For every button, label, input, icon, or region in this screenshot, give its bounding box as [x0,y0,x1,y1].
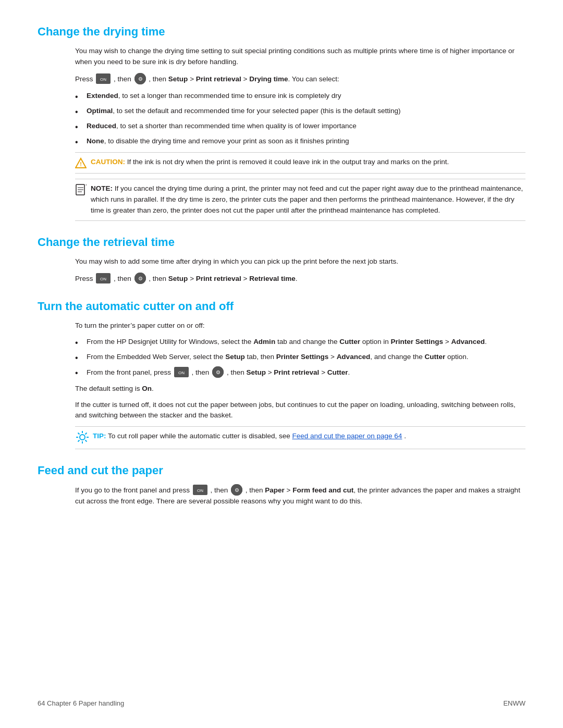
retrieval-press-line: Press ON , then ⚙ , then Setup > Print r… [75,273,525,285]
icon-on-2: ON [96,273,111,283]
heading-cutter: Turn the automatic cutter on and off [38,300,525,313]
tip-label: TIP: [93,432,106,440]
note-text: NOTE: If you cancel the drying time duri… [91,183,525,216]
icon-gear-2: ⚙ [134,273,146,284]
feed-cut-body: If you go to the front panel and press O… [38,485,525,507]
tip-body: To cut roll paper while the automatic cu… [108,432,292,440]
tip-text: TIP: To cut roll paper while the automat… [93,431,406,442]
svg-point-19 [80,435,85,440]
tip-sun-icon [75,430,90,445]
list-item: None, to disable the drying time and rem… [75,136,525,147]
cutter-path: , then Setup > Print retrieval > Cutter. [227,368,350,376]
svg-line-24 [78,433,80,435]
svg-line-26 [85,433,87,435]
svg-text:⚙: ⚙ [138,276,142,281]
svg-text:ON: ON [197,488,203,493]
drying-time-intro: You may wish to change the drying time s… [75,46,525,68]
note-label: NOTE: [91,184,113,192]
caution-triangle-icon: ! [75,157,87,169]
drying-time-body: You may wish to change the drying time s… [38,46,525,221]
drying-time-list: Extended, to set a longer than recommend… [75,91,525,147]
list-item: Extended, to set a longer than recommend… [75,91,525,102]
svg-text:ON: ON [100,277,106,281]
cutter-list: From the HP Designjet Utility for Window… [75,337,525,378]
note-body: If you cancel the drying time during a p… [91,184,523,214]
svg-line-27 [78,440,80,442]
caution-box: ! CAUTION: If the ink is not dry when th… [75,152,525,174]
svg-text:⚙: ⚙ [234,487,239,493]
svg-text:⚙: ⚙ [138,76,142,82]
tip-box: TIP: To cut roll paper while the automat… [75,426,525,449]
comma-1: , then [114,75,133,83]
footer: 64 Chapter 6 Paper handling ENWW [0,699,563,707]
footer-right: ENWW [503,699,525,707]
cutter-intro: To turn the printer’s paper cutter on or… [75,320,525,331]
caution-label: CAUTION: [91,158,125,166]
icon-gear-4: ⚙ [231,484,242,496]
footer-left: 64 Chapter 6 Paper handling [38,699,124,707]
svg-text:⚙: ⚙ [216,369,221,375]
feed-cut-text-1: If you go to the front panel and press [75,486,192,494]
cutter-then-1: , then [192,368,212,376]
list-item: From the Embedded Web Server, select the… [75,352,525,363]
note-page-icon: ✎ [75,184,87,195]
icon-on-3: ON [174,367,189,377]
icon-gear-1: ⚙ [134,73,146,84]
bullet-bold: None [87,137,104,145]
heading-retrieval-time: Change the retrieval time [38,236,525,249]
list-item: Optimal, to set the default and recommen… [75,106,525,117]
drying-time-press: Press ON , then ⚙ , then Setup > Print r… [75,73,525,85]
icon-on-1: ON [96,73,111,84]
retrieval-path: , then Setup > Print retrieval > Retriev… [149,275,297,282]
svg-line-25 [85,440,87,442]
caution-text: CAUTION: If the ink is not dry when the … [91,157,449,168]
press-label-1: Press [75,75,95,83]
heading-drying-time: Change the drying time [38,25,525,39]
cutter-extra: If the cutter is turned off, it does not… [75,400,525,422]
section-retrieval-time: Change the retrieval time You may wish t… [38,236,525,285]
list-item: From the front panel, press ON , then ⚙ … [75,367,525,378]
feed-cut-text-2: , then [210,486,230,494]
caution-body: If the ink is not dry when the print is … [127,158,449,166]
comma-2: , then [114,275,133,282]
section-drying-time: Change the drying time You may wish to c… [38,25,525,221]
feed-cut-intro: If you go to the front panel and press O… [75,485,525,507]
bullet-bold: Extended [87,92,118,100]
retrieval-time-body: You may wish to add some time after dryi… [38,256,525,285]
tip-end: . [404,432,406,440]
heading-feed-cut: Feed and cut the paper [38,464,525,477]
bullet-rest: , to disable the drying time and remove … [104,137,349,145]
bullet-bold: Optimal [87,107,113,115]
section-cutter: Turn the automatic cutter on and off To … [38,300,525,450]
svg-text:ON: ON [100,77,106,82]
list-item: Reduced, to set a shorter than recommend… [75,121,525,132]
icon-on-4: ON [193,485,207,495]
list-item: From the HP Designjet Utility for Window… [75,337,525,348]
retrieval-time-intro: You may wish to add some time after dryi… [75,256,525,267]
svg-text:✎: ✎ [85,184,87,188]
svg-text:ON: ON [178,371,185,375]
press-label-2: Press [75,275,95,282]
bullet-rest: , to set the default and recommended tim… [113,107,400,115]
tip-link[interactable]: Feed and cut the paper on page 64 [292,432,402,440]
section-feed-cut: Feed and cut the paper If you go to the … [38,464,525,507]
note-box: ✎ NOTE: If you cancel the drying time du… [75,179,525,221]
cutter-front-panel-text: From the front panel, press [87,368,173,376]
cutter-default: The default setting is On. [75,384,525,394]
bullet-rest: , to set a shorter than recommended time… [116,122,357,130]
bullet-rest: , to set a longer than recommended time … [118,92,341,100]
cutter-body: To turn the printer’s paper cutter on or… [38,320,525,450]
bullet-bold: Reduced [87,122,116,130]
then-setup-1: , then Setup > Print retrieval > Drying … [149,75,339,83]
svg-text:!: ! [80,161,82,167]
icon-gear-3: ⚙ [212,366,224,378]
